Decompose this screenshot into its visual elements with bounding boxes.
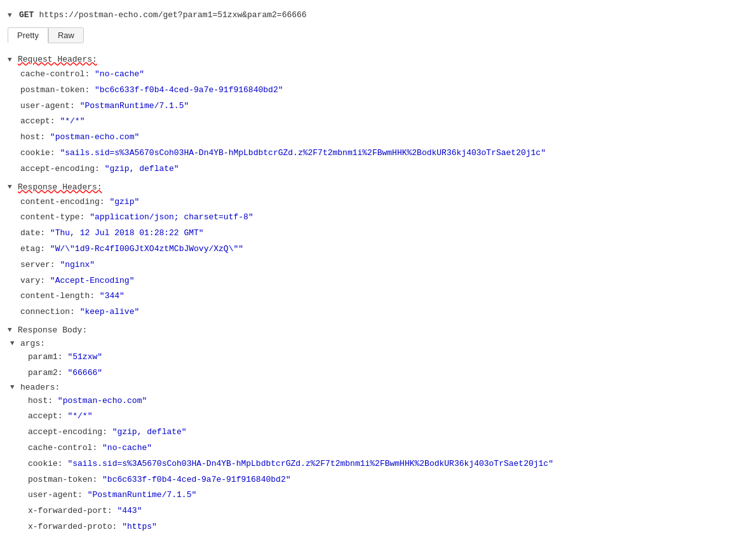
body-header-item: x-forwarded-port: "443" [28,503,756,519]
request-header-item: accept-encoding: "gzip, deflate" [20,161,756,177]
body-header-item: x-forwarded-proto: "https" [28,519,756,535]
header-key: content-encoding: [20,197,105,207]
body-header-key: postman-token: [28,475,97,484]
header-key: vary: [20,276,45,285]
body-header-item: cookie: "sails.sid=s%3A5670sCoh03HA-Dn4Y… [28,456,756,472]
body-header-item: cache-control: "no-cache" [28,440,756,456]
header-value: "Accept-Encoding" [50,276,135,285]
args-subsection: ▼ args: param1: "51zxw"param2: "66666" [0,338,756,381]
response-headers-section: ▼ Response Headers: content-encoding: "g… [0,180,756,320]
header-value: "344" [100,291,125,301]
body-header-value: "bc6c633f-f0b4-4ced-9a7e-91f916840bd2" [102,475,290,484]
body-url-line: url: "https://postman-echo.com/get?param… [0,535,756,539]
header-value: "nginx" [60,260,95,270]
raw-tab[interactable]: Raw [48,27,84,43]
response-header-item: etag: "W/\"1d9-Rc4fI00GJtXO4ztMCbJWovy/X… [20,242,756,257]
response-headers-title: Response Headers: [18,182,102,192]
header-value: "application/json; charset=utf-8" [90,212,253,222]
body-header-value: "no-cache" [102,443,152,453]
body-header-key: cookie: [28,459,63,468]
args-key: param2: [28,368,63,378]
body-header-key: accept-encoding: [28,427,107,437]
request-headers-toggle[interactable]: ▼ Request Headers: [0,52,756,67]
body-header-value: "PostmanRuntime/7.1.5" [88,490,197,500]
args-item: param2: "66666" [28,365,756,381]
body-header-value: "sails.sid=s%3A5670sCoh03HA-Dn4YB-hMpLbd… [67,459,553,468]
header-key: server: [20,260,55,270]
response-header-item: vary: "Accept-Encoding" [20,273,756,289]
header-key: cookie: [20,148,55,158]
body-headers-toggle[interactable]: ▼ headers: [10,381,756,393]
header-key: content-length: [20,291,95,301]
args-value: "66666" [67,368,102,378]
body-header-key: cache-control: [28,443,97,453]
response-body-toggle[interactable]: ▼ Response Body: [0,323,756,338]
body-header-key: x-forwarded-proto: [28,522,117,531]
header-value: "*/*" [60,116,84,126]
header-key: content-type: [20,212,84,222]
args-key: param1: [28,352,63,362]
request-header-item: cache-control: "no-cache" [20,67,756,83]
body-header-key: x-forwarded-port: [28,506,112,515]
header-key: date: [20,228,45,238]
request-toggle-arrow[interactable]: ▼ [8,11,14,19]
header-value: "postman-echo.com" [50,132,139,142]
header-key: user-agent: [20,101,75,111]
body-header-value: "gzip, deflate" [112,427,187,437]
response-body-title: Response Body: [18,325,87,335]
response-body-section: ▼ Response Body: ▼ args: param1: "51zxw"… [0,323,756,539]
header-value: "keep-alive" [80,307,140,317]
header-key: connection: [20,307,75,317]
args-item: param1: "51zxw" [28,350,756,365]
header-key: cache-control: [20,69,90,79]
response-header-item: date: "Thu, 12 Jul 2018 01:28:22 GMT" [20,226,756,242]
header-key: etag: [20,244,45,254]
request-header-item: postman-token: "bc6c633f-f0b4-4ced-9a7e-… [20,83,756,99]
header-value: "gzip, deflate" [105,164,179,174]
header-value: "no-cache" [95,69,144,79]
header-value: "Thu, 12 Jul 2018 01:28:22 GMT" [50,228,204,238]
body-headers-title: headers: [20,383,60,392]
response-header-item: content-encoding: "gzip" [20,194,756,210]
body-header-key: host: [28,396,53,406]
request-bar: ▼ GET https://postman-echo.com/get?param… [0,6,756,24]
header-value: "W/\"1d9-Rc4fI00GJtXO4ztMCbJWovy/XzQ\"" [50,244,243,254]
request-header-item: cookie: "sails.sid=s%3A5670sCoh03HA-Dn4Y… [20,146,756,161]
header-key: accept-encoding: [20,164,100,174]
body-header-item: accept-encoding: "gzip, deflate" [28,425,756,440]
request-header-item: user-agent: "PostmanRuntime/7.1.5" [20,99,756,114]
request-url: https://postman-echo.com/get?param1=51zx… [39,10,306,20]
pretty-tab[interactable]: Pretty [8,27,48,43]
body-headers-content: host: "postman-echo.com"accept: "*/*"acc… [10,393,756,535]
request-headers-title: Request Headers: [18,55,97,64]
response-body-arrow: ▼ [8,326,14,334]
body-header-item: accept: "*/*" [28,409,756,425]
body-header-item: postman-token: "bc6c633f-f0b4-4ced-9a7e-… [28,472,756,488]
response-header-item: content-type: "application/json; charset… [20,210,756,226]
response-headers-toggle[interactable]: ▼ Response Headers: [0,180,756,194]
response-header-item: connection: "keep-alive" [20,304,756,320]
header-key: postman-token: [20,85,90,95]
body-headers-arrow: ▼ [10,383,17,391]
request-headers-section: ▼ Request Headers: cache-control: "no-ca… [0,52,756,177]
args-title: args: [20,339,45,348]
response-header-item: content-length: "344" [20,289,756,304]
header-value: "gzip" [109,197,139,207]
header-value: "bc6c633f-f0b4-4ced-9a7e-91f916840bd2" [95,85,283,95]
args-toggle[interactable]: ▼ args: [10,338,756,350]
args-content: param1: "51zxw"param2: "66666" [10,350,756,381]
args-arrow: ▼ [10,339,17,347]
request-header-item: host: "postman-echo.com" [20,130,756,146]
header-value: "PostmanRuntime/7.1.5" [80,101,189,111]
http-method: GET [19,10,34,20]
response-header-item: server: "nginx" [20,257,756,273]
body-header-key: user-agent: [28,490,83,500]
body-header-key: accept: [28,411,63,421]
body-header-value: "*/*" [67,411,92,421]
body-headers-subsection: ▼ headers: host: "postman-echo.com"accep… [0,381,756,535]
body-header-item: host: "postman-echo.com" [28,393,756,409]
header-key: accept: [20,116,55,126]
args-value: "51zxw" [67,352,102,362]
view-tabs: Pretty Raw [0,24,756,50]
header-key: host: [20,132,45,142]
